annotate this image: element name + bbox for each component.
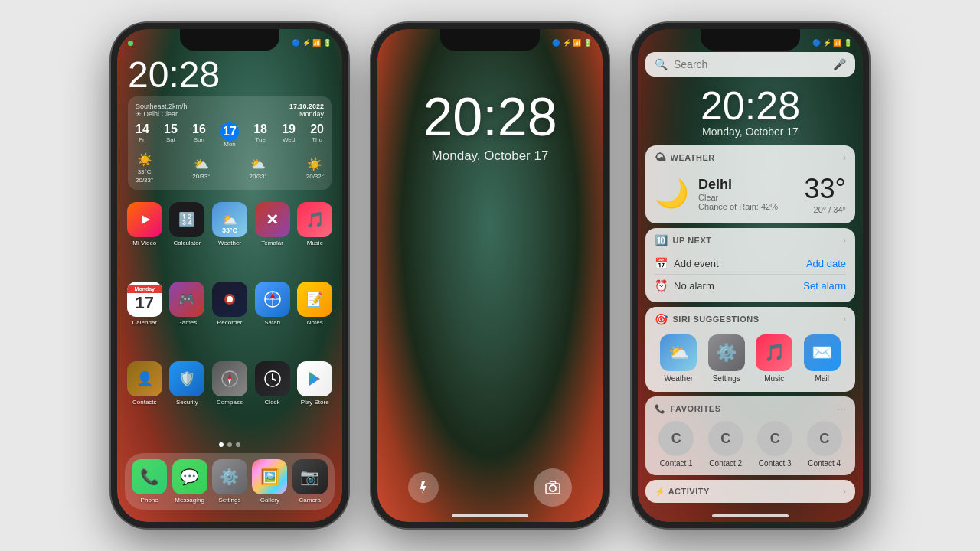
- app-security[interactable]: 🛡️ Security: [168, 361, 207, 433]
- calendar-row-alarm[interactable]: ⏰ No alarm Set alarm: [655, 275, 846, 296]
- fav-phone-icon: 📞: [655, 404, 666, 414]
- day-sat: 15 Sat: [164, 122, 178, 148]
- app-compass[interactable]: Compass: [210, 361, 250, 433]
- app-mivideo[interactable]: Mi Video: [125, 202, 165, 274]
- phone-home: 🔵 ⚡ 📶 🔋 20:28 Southeast,2km/h ☀ Delhi Cl…: [111, 23, 348, 528]
- cal-event-label: Add event: [674, 258, 719, 269]
- calendar-card-body: 📅 Add event Add date ⏰ No alarm Set alar…: [645, 249, 855, 302]
- app-weather[interactable]: ⛅33°C Weather: [210, 202, 250, 274]
- weather-moon-icon: 🌙: [655, 178, 689, 210]
- home-top-area: 20:28 Southeast,2km/h ☀ Delhi Clear 17.1…: [117, 29, 342, 196]
- weather-temp-notif: 33°: [805, 173, 846, 205]
- activity-widget-stub: ⚡ ACTIVITY ›: [645, 480, 855, 503]
- fav-name-4: Contact 4: [808, 459, 841, 468]
- fav-header-label: FAVORITES: [671, 404, 721, 413]
- weather-header-icon: 🌤: [655, 152, 666, 164]
- app-contacts-label: Contacts: [132, 399, 157, 406]
- fav-contact-3[interactable]: C Contact 3: [757, 421, 792, 468]
- mic-icon[interactable]: 🎤: [833, 58, 846, 70]
- app-games-label: Games: [177, 319, 197, 326]
- dock-settings-label: Settings: [219, 497, 241, 504]
- dock-camera[interactable]: 📷 Camera: [292, 459, 328, 504]
- cal-alarm-icon: ⏰: [655, 279, 668, 292]
- home-bar-lock: [452, 514, 528, 517]
- calendar-chevron-icon[interactable]: ›: [843, 235, 846, 246]
- svg-marker-0: [142, 215, 150, 224]
- app-playstore-label: Play Store: [301, 399, 329, 406]
- cal-event-icon: 📅: [655, 257, 668, 269]
- app-games[interactable]: 🎮 Games: [168, 282, 207, 354]
- app-calendar-label: Calendar: [132, 319, 157, 326]
- search-input[interactable]: [674, 58, 827, 70]
- dock: 📞 Phone 💬 Messaging ⚙️ Settings 🖼️ Galle…: [125, 453, 335, 510]
- weather-rain: Chance of Rain: 42%: [698, 202, 778, 211]
- app-safari[interactable]: Safari: [253, 282, 292, 354]
- app-temalar[interactable]: ✕ Temalar: [253, 202, 292, 274]
- svg-point-14: [550, 485, 556, 491]
- app-security-label: Security: [176, 399, 198, 406]
- weather-temp-block: 33° 20° / 34°: [805, 173, 846, 214]
- app-games-icon: 🎮: [169, 282, 204, 317]
- app-clock[interactable]: Clock: [253, 361, 292, 433]
- siri-mail-label: Mail: [815, 374, 829, 383]
- weather-widget-header: 🌤 WEATHER ›: [645, 145, 855, 167]
- app-clock-icon: [255, 361, 290, 396]
- app-recorder[interactable]: Recorder: [210, 282, 250, 354]
- app-clock-label: Clock: [265, 399, 280, 406]
- status-bar-notif: 🔵 ⚡ 📶 🔋: [638, 35, 863, 51]
- search-bar[interactable]: 🔍 🎤: [645, 52, 855, 77]
- fav-contact-4[interactable]: C Contact 4: [807, 421, 842, 468]
- calendar-row-event[interactable]: 📅 Add event Add date: [655, 253, 846, 275]
- cal-add-date[interactable]: Add date: [806, 258, 846, 269]
- app-music[interactable]: 🎵 Music: [295, 202, 335, 274]
- dock-settings[interactable]: ⚙️ Settings: [212, 459, 247, 504]
- app-notes[interactable]: 📝 Notes: [295, 282, 335, 354]
- siri-chevron-icon[interactable]: ›: [843, 314, 846, 324]
- weather-condition-notif: Clear: [698, 193, 778, 202]
- app-contacts[interactable]: 👤 Contacts: [125, 361, 165, 433]
- siri-app-mail[interactable]: ✉️ Mail: [804, 334, 841, 383]
- camera-button[interactable]: [534, 468, 572, 507]
- status-bar-lock: 🔵 ⚡ 📶 🔋: [377, 35, 603, 51]
- day-thu: 20 Thu: [310, 122, 324, 148]
- phone-lock: 🔵 ⚡ 📶 🔋 20:28 Monday, October 17: [371, 23, 609, 528]
- siri-app-settings[interactable]: ⚙️ Settings: [708, 334, 745, 383]
- fav-contact-2[interactable]: C Contact 2: [708, 421, 743, 468]
- app-grid: Mi Video 🔢 Calculator ⛅33°C Weather ✕ Te…: [117, 196, 342, 439]
- day-fri: 14 Fri: [136, 122, 149, 148]
- fav-avatar-3: C: [757, 421, 792, 456]
- dock-phone-icon: 📞: [132, 459, 167, 494]
- activity-chevron[interactable]: ›: [843, 486, 846, 497]
- fav-contact-1[interactable]: C Contact 1: [658, 421, 694, 468]
- app-calculator-icon: 🔢: [169, 202, 204, 237]
- siri-app-music[interactable]: 🎵 Music: [756, 334, 792, 383]
- dock-camera-icon: 📷: [292, 459, 328, 494]
- flashlight-button[interactable]: [408, 472, 439, 503]
- dock-gallery[interactable]: 🖼️ Gallery: [252, 459, 287, 504]
- svg-marker-13: [309, 372, 320, 386]
- dock-settings-icon: ⚙️: [212, 459, 247, 494]
- fav-more-icon[interactable]: ···: [837, 403, 846, 415]
- app-playstore[interactable]: Play Store: [295, 361, 335, 433]
- cal-set-alarm[interactable]: Set alarm: [803, 280, 846, 292]
- app-calendar[interactable]: Monday 17 Calendar: [125, 282, 165, 354]
- app-temalar-label: Temalar: [261, 240, 283, 246]
- dock-messaging-icon: 💬: [172, 459, 207, 494]
- siri-app-weather[interactable]: ⛅ Weather: [660, 334, 697, 383]
- app-security-icon: 🛡️: [169, 361, 204, 396]
- app-calculator[interactable]: 🔢 Calculator: [168, 202, 207, 274]
- dock-phone[interactable]: 📞 Phone: [132, 459, 167, 504]
- weather-forecast-2: ⛅ 20/33°: [192, 157, 210, 180]
- dock-camera-label: Camera: [299, 497, 321, 504]
- siri-settings-icon: ⚙️: [708, 334, 745, 371]
- status-bar-right: 🔵 ⚡ 📶 🔋: [292, 39, 332, 47]
- app-weather-icon: ⛅33°C: [212, 202, 247, 237]
- calendar-header-left: 🔟 UP NEXT: [655, 234, 711, 246]
- day-tue: 18 Tue: [253, 122, 267, 148]
- weather-chevron-icon[interactable]: ›: [843, 152, 846, 163]
- dock-messaging[interactable]: 💬 Messaging: [172, 459, 207, 504]
- dot-3: [236, 442, 240, 447]
- app-notes-label: Notes: [307, 319, 323, 326]
- app-music-label: Music: [307, 240, 323, 246]
- dot-1: [219, 442, 224, 447]
